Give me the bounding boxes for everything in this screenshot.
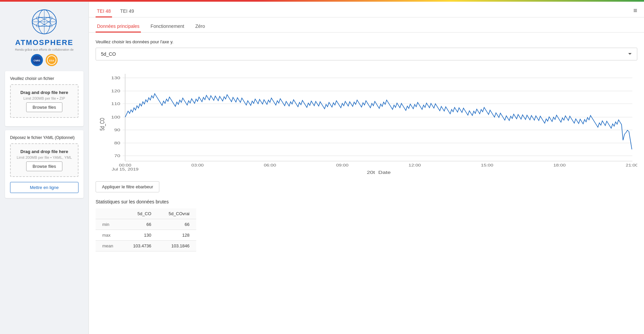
svg-text:CNRS: CNRS xyxy=(34,59,40,62)
svg-text:80: 80 xyxy=(114,141,120,145)
sub-tab-donnees[interactable]: Données principales xyxy=(96,21,141,33)
svg-text:15:00: 15:00 xyxy=(481,163,493,167)
stats-table: 5d_CO 5d_COvrai min 66 66 max 130 xyxy=(96,208,196,251)
stats-section: Statistiques sur les données brutes 5d_C… xyxy=(96,199,637,251)
svg-text:18:00: 18:00 xyxy=(553,163,566,167)
stats-col-header-empty xyxy=(96,208,123,219)
svg-text:5d_CO: 5d_CO xyxy=(99,118,106,131)
stats-val-mean-5dco: 103.4736 xyxy=(123,241,158,251)
file-section-title: Veuillez choisir un fichier xyxy=(10,76,78,81)
yaml-browse-button[interactable]: Browse files xyxy=(26,161,62,171)
stats-title: Statistiques sur les données brutes xyxy=(96,199,637,204)
stats-label-min: min xyxy=(96,219,123,230)
yaml-section-title: Déposez le fichier YAML (Optionnel) xyxy=(10,135,78,140)
content-area: Veuillez choisir les données pour l'axe … xyxy=(89,33,644,258)
stats-row-min: min 66 66 xyxy=(96,219,196,230)
svg-text:20t_Date: 20t_Date xyxy=(367,170,390,175)
sub-tab-fonctionnement[interactable]: Fonctionnement xyxy=(149,21,185,33)
main-content: TEI 48 TEI 49 Données principales Foncti… xyxy=(89,2,644,334)
svg-text:90: 90 xyxy=(114,128,120,132)
sub-tabs: Données principales Fonctionnement Zéro xyxy=(89,17,644,33)
svg-text:120: 120 xyxy=(111,89,120,93)
svg-text:09:00: 09:00 xyxy=(336,163,348,167)
file-drop-subtitle: Limit 200MB per file • ZIP xyxy=(16,96,73,100)
stats-label-max: max xyxy=(96,230,123,241)
svg-text:12:00: 12:00 xyxy=(409,163,421,167)
svg-text:21:00: 21:00 xyxy=(626,163,637,167)
yaml-drop-title: Drag and drop file here xyxy=(16,149,73,154)
stats-row-max: max 130 128 xyxy=(96,230,196,241)
header-row: ≡ xyxy=(0,3,644,18)
stats-col-header-5dcovrai: 5d_COvrai xyxy=(158,208,196,219)
stats-label-mean: mean xyxy=(96,241,123,251)
logo-tagline: Rendu grâce aux efforts de collaboration… xyxy=(15,48,73,51)
yaml-drop-subtitle: Limit 200MB per file • YAML, YML xyxy=(16,155,73,159)
stats-row-mean: mean 103.4736 103.1846 xyxy=(96,241,196,251)
upload-button[interactable]: Mettre en ligne xyxy=(10,182,78,193)
svg-text:ESA: ESA xyxy=(49,59,54,62)
stats-val-min-5dco: 66 xyxy=(123,219,158,230)
yaml-drop-zone[interactable]: Drag and drop file here Limit 200MB per … xyxy=(10,143,78,177)
svg-text:110: 110 xyxy=(111,102,120,106)
stats-val-max-5dcovrai: 128 xyxy=(158,230,196,241)
svg-text:03:00: 03:00 xyxy=(192,163,204,167)
chart-line xyxy=(125,94,632,149)
stats-val-mean-5dcovrai: 103.1846 xyxy=(158,241,196,251)
filter-button[interactable]: Appliquer le filtre ebarbeur xyxy=(96,181,159,192)
logo-badges: CNRS ESA xyxy=(31,54,58,66)
svg-text:130: 130 xyxy=(111,76,120,80)
svg-text:Jul 15, 2019: Jul 15, 2019 xyxy=(112,168,139,171)
badge-cnrs: CNRS xyxy=(31,54,43,66)
filter-section: Appliquer le filtre ebarbeur xyxy=(96,181,637,192)
logo-text: ATMOSPHERE xyxy=(15,38,73,47)
svg-text:06:00: 06:00 xyxy=(264,163,276,167)
file-drop-title: Drag and drop file here xyxy=(16,90,73,95)
y-axis-prompt: Veuillez choisir les données pour l'axe … xyxy=(96,39,637,44)
svg-text:70: 70 xyxy=(114,154,120,158)
stats-val-min-5dcovrai: 66 xyxy=(158,219,196,230)
chart-container: 5d_CO 130 xyxy=(96,67,637,175)
chart-svg: 5d_CO 130 xyxy=(96,67,637,175)
file-drop-zone[interactable]: Drag and drop file here Limit 200MB per … xyxy=(10,84,78,118)
svg-text:100: 100 xyxy=(111,115,120,120)
hamburger-icon[interactable]: ≡ xyxy=(633,7,637,14)
sidebar: ATMOSPHERE Rendu grâce aux efforts de co… xyxy=(0,2,89,334)
stats-col-header-5dco: 5d_CO xyxy=(123,208,158,219)
svg-text:00:00: 00:00 xyxy=(119,163,131,167)
y-axis-select[interactable]: 5d_CO 5d_COvrai 20t_Date xyxy=(96,48,637,60)
sub-tab-zero[interactable]: Zéro xyxy=(194,21,206,33)
yaml-upload-section: Déposez le fichier YAML (Optionnel) Drag… xyxy=(5,130,84,198)
stats-val-max-5dco: 130 xyxy=(123,230,158,241)
badge-esa: ESA xyxy=(46,54,58,66)
file-browse-button[interactable]: Browse files xyxy=(26,102,62,112)
file-upload-section: Veuillez choisir un fichier Drag and dro… xyxy=(5,71,84,126)
dropdown-container: 5d_CO 5d_COvrai 20t_Date xyxy=(96,48,637,60)
